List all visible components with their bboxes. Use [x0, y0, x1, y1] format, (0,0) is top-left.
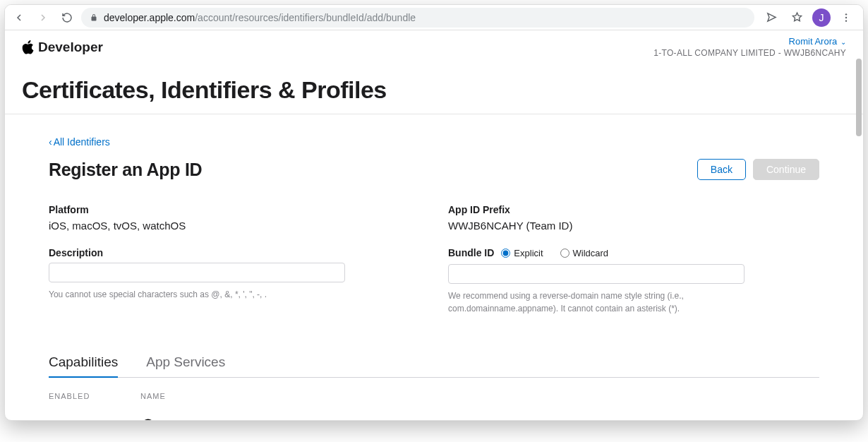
bundle-id-input[interactable]	[448, 264, 745, 284]
continue-button[interactable]: Continue	[753, 159, 819, 180]
page-title: Certificates, Identifiers & Profiles	[22, 76, 846, 104]
col-enabled-header: ENABLED	[49, 392, 140, 400]
lock-icon	[90, 13, 98, 22]
account-org-label: 1-TO-ALL COMPANY LIMITED - WWJB6NCAHY	[653, 48, 846, 58]
svg-point-1	[845, 16, 847, 18]
brand-label: Developer	[38, 40, 103, 55]
prefix-value: WWJB6NCAHY (Team ID)	[448, 220, 819, 232]
tab-capabilities[interactable]: Capabilities	[49, 354, 118, 377]
description-label: Description	[49, 247, 420, 258]
svg-point-0	[845, 13, 847, 15]
col-name-header: NAME	[140, 392, 819, 400]
chevron-down-icon: ⌄	[838, 38, 846, 46]
url-path: /account/resources/identifiers/bundleId/…	[195, 12, 416, 23]
platform-label: Platform	[49, 204, 420, 215]
bundle-type-explicit-radio[interactable]: Explicit	[501, 248, 543, 258]
svg-point-3	[143, 419, 153, 420]
bookmark-star-icon[interactable]	[787, 8, 807, 28]
bundle-id-label: Bundle ID	[448, 247, 494, 258]
description-input[interactable]	[49, 263, 345, 282]
account-user-menu[interactable]: Romit Arora ⌄	[653, 36, 846, 47]
nav-back-button[interactable]	[9, 8, 29, 28]
capability-row: Access WiFi Information i	[49, 410, 819, 420]
scrollbar-thumb[interactable]	[856, 59, 862, 136]
kebab-menu-icon[interactable]	[836, 8, 856, 28]
bundle-id-hint: We recommend using a reverse-domain name…	[448, 289, 745, 315]
bundle-type-wildcard-radio[interactable]: Wildcard	[560, 248, 609, 258]
tab-app-services[interactable]: App Services	[146, 354, 225, 377]
wifi-search-icon	[140, 417, 159, 420]
svg-point-2	[845, 20, 847, 21]
platform-value: iOS, macOS, tvOS, watchOS	[49, 220, 420, 232]
brand[interactable]: Developer	[22, 40, 103, 55]
back-button[interactable]: Back	[697, 159, 746, 180]
apple-logo-icon	[22, 40, 34, 54]
site-header: Developer Romit Arora ⌄ 1-TO-ALL COMPANY…	[5, 30, 863, 62]
url-host: developer.apple.com	[104, 12, 195, 23]
address-bar[interactable]: developer.apple.com/account/resources/id…	[81, 8, 754, 28]
nav-reload-button[interactable]	[57, 8, 77, 28]
description-hint: You cannot use special characters such a…	[49, 288, 345, 301]
nav-forward-button[interactable]	[33, 8, 53, 28]
profile-avatar[interactable]: J	[812, 8, 831, 27]
send-icon[interactable]	[761, 8, 781, 28]
browser-toolbar: developer.apple.com/account/resources/id…	[5, 5, 863, 30]
back-to-identifiers-link[interactable]: ‹ All Identifiers	[49, 136, 110, 148]
section-title: Register an App ID	[49, 160, 202, 180]
prefix-label: App ID Prefix	[448, 204, 819, 215]
chevron-left-icon: ‹	[49, 136, 52, 148]
